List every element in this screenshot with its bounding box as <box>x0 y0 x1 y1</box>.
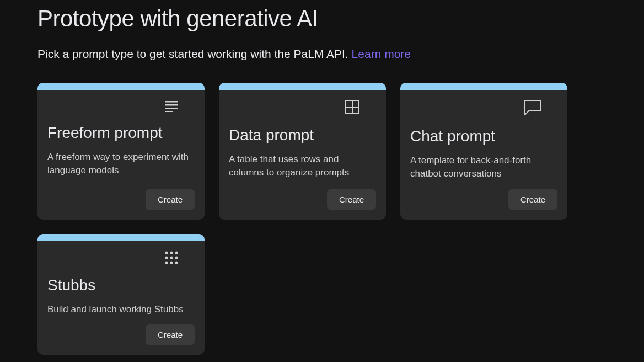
card-data-prompt[interactable]: Data prompt A table that uses rows and c… <box>219 83 386 220</box>
create-button[interactable]: Create <box>508 189 557 210</box>
card-accent <box>37 83 205 90</box>
card-button-row: Create <box>47 189 195 210</box>
card-button-row: Create <box>47 324 195 345</box>
card-description: A freeform way to experiment with langua… <box>47 151 195 177</box>
card-body: Freeform prompt A freeform way to experi… <box>37 90 205 220</box>
text-lines-icon <box>165 100 178 114</box>
svg-point-10 <box>165 256 168 259</box>
card-description: A template for back-and-forth chatbot co… <box>410 154 557 180</box>
card-icon-row <box>229 100 359 116</box>
svg-point-13 <box>165 261 168 264</box>
card-accent <box>400 83 567 90</box>
page-subtitle: Pick a prompt type to get started workin… <box>37 47 607 61</box>
card-description: A table that uses rows and columns to or… <box>229 153 376 179</box>
card-icon-row <box>410 100 541 118</box>
svg-point-14 <box>170 261 173 264</box>
card-title: Freeform prompt <box>47 124 195 142</box>
page-title: Prototype with generative AI <box>37 6 607 32</box>
card-accent <box>219 83 386 90</box>
svg-rect-0 <box>165 101 178 103</box>
svg-point-12 <box>175 256 178 259</box>
card-button-row: Create <box>410 189 557 210</box>
create-button[interactable]: Create <box>146 189 195 210</box>
chat-icon <box>524 100 541 118</box>
svg-point-9 <box>175 251 178 254</box>
svg-point-15 <box>175 261 178 264</box>
svg-point-7 <box>165 251 168 254</box>
apps-icon <box>165 251 178 267</box>
card-body: Data prompt A table that uses rows and c… <box>219 90 386 220</box>
svg-rect-1 <box>165 104 178 106</box>
card-title: Chat prompt <box>410 127 557 145</box>
svg-point-8 <box>170 251 173 254</box>
cards-grid: Freeform prompt A freeform way to experi… <box>37 83 607 355</box>
subtitle-text: Pick a prompt type to get started workin… <box>37 47 352 60</box>
svg-point-11 <box>170 256 173 259</box>
grid-icon <box>345 100 359 116</box>
card-freeform-prompt[interactable]: Freeform prompt A freeform way to experi… <box>37 83 205 220</box>
create-button[interactable]: Create <box>327 189 376 210</box>
svg-rect-3 <box>165 111 173 112</box>
card-body: Stubbs Build and launch working Stubbs C… <box>37 241 205 355</box>
card-chat-prompt[interactable]: Chat prompt A template for back-and-fort… <box>400 83 567 220</box>
main-container: Prototype with generative AI Pick a prom… <box>0 0 644 355</box>
card-icon-row <box>47 100 178 114</box>
card-title: Data prompt <box>229 126 376 144</box>
learn-more-link[interactable]: Learn more <box>352 47 411 60</box>
card-stubbs[interactable]: Stubbs Build and launch working Stubbs C… <box>37 234 205 355</box>
card-accent <box>37 234 205 241</box>
svg-rect-2 <box>165 108 178 109</box>
card-button-row: Create <box>229 189 376 210</box>
card-title: Stubbs <box>47 276 195 294</box>
create-button[interactable]: Create <box>146 324 195 345</box>
card-icon-row <box>47 251 178 267</box>
card-body: Chat prompt A template for back-and-fort… <box>400 90 567 220</box>
card-description: Build and launch working Stubbs <box>47 303 195 316</box>
